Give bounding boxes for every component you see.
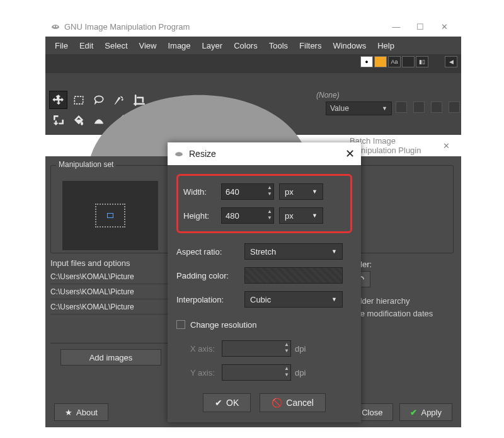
spinner-arrows[interactable]: ▲▼ <box>267 185 272 197</box>
resize-close-icon[interactable]: ✕ <box>345 147 355 161</box>
width-label: Width: <box>183 187 221 197</box>
plugin-close-icon[interactable]: ✕ <box>437 137 455 154</box>
file-row[interactable]: C:\Users\KOMAL\Picture <box>50 299 176 314</box>
aspect-ratio-label: Aspect ratio: <box>176 247 239 256</box>
spinner-arrows: ▲▼ <box>284 366 289 378</box>
maximize-button[interactable]: ☐ <box>408 18 432 35</box>
dock-tab-4[interactable] <box>402 56 415 67</box>
file-row[interactable]: C:\Users\KOMAL\Picture <box>50 269 176 284</box>
preview-box <box>107 213 113 218</box>
about-button[interactable]: ★ About <box>54 403 108 421</box>
width-input[interactable]: 640 ▲▼ <box>221 183 274 200</box>
dock-icon-2[interactable] <box>413 101 425 113</box>
close-window-button[interactable]: ✕ <box>432 18 456 35</box>
change-resolution-label: Change resolution <box>190 320 257 330</box>
chevron-down-icon: ▼ <box>312 212 318 219</box>
dock-extra-icons <box>396 101 460 113</box>
manipulation-set-legend: Manipulation set <box>56 160 116 169</box>
dock-tab-3[interactable]: Aa <box>388 56 401 67</box>
check-icon: ✔ <box>215 398 222 408</box>
chevron-down-icon: ▼ <box>331 248 337 255</box>
file-row[interactable]: C:\Users\KOMAL\Picture <box>50 284 176 299</box>
dock-menu-icon[interactable]: ◀ <box>445 56 457 67</box>
close-label: Close <box>362 408 382 417</box>
apply-label: Apply <box>421 408 442 417</box>
star-icon: ★ <box>65 408 72 417</box>
height-value: 480 <box>226 211 239 221</box>
dock-tab-1[interactable]: ● <box>360 56 373 67</box>
plugin-title-text: Batch Image Manipulation Plugin <box>350 136 437 155</box>
interpolation-value: Cubic <box>250 295 271 304</box>
chevron-down-icon: ▼ <box>382 105 387 112</box>
width-unit: px <box>285 187 294 197</box>
ok-button[interactable]: ✔ OK <box>203 393 251 412</box>
chevron-down-icon: ▼ <box>331 296 337 303</box>
xaxis-label: X axis: <box>190 344 222 354</box>
check-icon: ✔ <box>410 408 417 417</box>
yaxis-input: ▲▼ <box>222 364 291 381</box>
dock-tab-2[interactable] <box>374 56 387 67</box>
divider <box>50 343 176 343</box>
interpolation-combo[interactable]: Cubic ▼ <box>244 291 343 308</box>
height-input[interactable]: 480 ▲▼ <box>221 207 274 224</box>
padding-color-label: Padding color: <box>176 271 239 280</box>
preview-marquee <box>95 204 125 228</box>
aspect-ratio-combo[interactable]: Stretch ▼ <box>244 243 343 260</box>
width-unit-combo[interactable]: px ▼ <box>279 183 323 200</box>
ok-label: OK <box>226 398 239 408</box>
apply-button[interactable]: ✔ Apply <box>399 403 452 421</box>
resize-title: Resize <box>189 149 216 159</box>
resize-titlebar: Resize ✕ <box>168 142 361 165</box>
dock-icon-1[interactable] <box>396 101 407 113</box>
add-images-button[interactable]: Add images <box>60 349 161 366</box>
width-value: 640 <box>226 187 239 197</box>
xaxis-unit: dpi <box>295 344 306 354</box>
resize-dialog: Resize ✕ Width: 640 ▲▼ px ▼ Height: 480 <box>168 142 361 422</box>
spinner-arrows: ▲▼ <box>284 342 289 354</box>
no-entry-icon: 🚫 <box>272 398 282 408</box>
height-label: Height: <box>183 211 221 221</box>
padding-color-swatch[interactable] <box>244 267 343 284</box>
aspect-ratio-value: Stretch <box>250 247 276 256</box>
xaxis-input: ▲▼ <box>222 340 291 357</box>
input-file-list[interactable]: C:\Users\KOMAL\Picture C:\Users\KOMAL\Pi… <box>50 269 176 314</box>
yaxis-label: Y axis: <box>190 368 222 377</box>
cancel-button[interactable]: 🚫 Cancel <box>260 393 326 412</box>
highlighted-size-box: Width: 640 ▲▼ px ▼ Height: 480 ▲▼ px <box>176 174 352 233</box>
dock-tab-5[interactable]: ▮▯ <box>416 56 428 67</box>
change-resolution-checkbox[interactable] <box>176 320 185 329</box>
spinner-arrows[interactable]: ▲▼ <box>267 209 272 221</box>
input-files-label: Input files and options <box>50 258 130 268</box>
about-label: About <box>76 408 98 417</box>
manipulation-preview <box>62 181 158 250</box>
yaxis-unit: dpi <box>295 368 306 377</box>
resize-logo-icon <box>174 149 184 159</box>
chevron-down-icon: ▼ <box>312 188 318 195</box>
cancel-label: Cancel <box>286 398 314 408</box>
dock-icon-4[interactable] <box>449 101 460 113</box>
interpolation-label: Interpolation: <box>176 295 239 304</box>
minimize-button[interactable]: — <box>384 18 408 35</box>
menu-help[interactable]: Help <box>372 39 400 52</box>
height-unit-combo[interactable]: px ▼ <box>279 207 323 224</box>
dock-icon-3[interactable] <box>431 101 442 113</box>
height-unit: px <box>285 211 294 221</box>
